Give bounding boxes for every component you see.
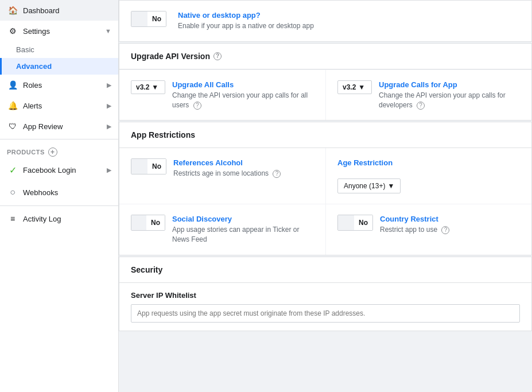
alerts-icon: 🔔 <box>7 101 18 110</box>
sidebar-item-roles[interactable]: 👤 Roles ▶ <box>0 75 118 95</box>
upgrade-api-section-title: Upgrade API Version ? <box>119 44 531 69</box>
upgrade-all-title: Upgrade All Calls <box>172 80 314 89</box>
social-discovery-item: No Social Discovery App usage stories ca… <box>119 204 325 255</box>
upgrade-calls-desc: Change the API version your app calls fo… <box>379 91 520 110</box>
facebook-login-arrow: ▶ <box>107 166 111 174</box>
server-ip-section: Server IP Whitelist <box>119 283 531 331</box>
upgrade-calls-help-icon[interactable]: ? <box>417 102 425 110</box>
upgrade-api-card: Upgrade API Version ? v3.2 ▼ Upgrade All… <box>119 43 532 121</box>
sidebar-sub-advanced[interactable]: Advanced <box>0 58 118 75</box>
app-review-arrow: ▶ <box>107 123 111 130</box>
dashboard-icon: 🏠 <box>7 6 18 15</box>
country-restrict-toggle[interactable]: No <box>337 215 373 231</box>
upgrade-all-desc: Change the API version your app calls fo… <box>172 91 314 110</box>
sidebar-item-webhooks[interactable]: ○ Webhooks <box>0 181 118 203</box>
age-dropdown-arrow: ▼ <box>387 182 394 190</box>
upgrade-calls-title: Upgrade Calls for App <box>379 80 520 89</box>
upgrade-calls-app-item: v3.2 ▼ Upgrade Calls for App Change the … <box>325 70 531 121</box>
alcohol-title: References Alcohol <box>173 158 281 167</box>
facebook-login-icon: ✓ <box>7 165 18 176</box>
alcohol-toggle[interactable]: No <box>131 158 166 174</box>
native-app-title: Native or desktop app? <box>178 11 314 20</box>
upgrade-api-help-icon[interactable]: ? <box>213 52 222 60</box>
sidebar-item-settings[interactable]: ⚙ Settings ▼ <box>0 21 118 41</box>
sidebar-item-app-review[interactable]: 🛡 App Review ▶ <box>0 116 118 137</box>
upgrade-calls-version-dropdown[interactable]: v3.2 ▼ <box>337 80 372 94</box>
alerts-arrow: ▶ <box>107 102 111 110</box>
products-header: PRODUCTS + <box>0 142 118 159</box>
country-restrict-help-icon[interactable]: ? <box>441 226 449 234</box>
native-app-description: Enable if your app is a native or deskto… <box>178 21 314 31</box>
app-restrictions-section-title: App Restrictions <box>119 122 531 148</box>
country-restrict-desc: Restrict app to use ? <box>380 225 449 235</box>
upgrade-calls-dropdown-arrow: ▼ <box>358 83 365 91</box>
dropdown-arrow: ▼ <box>152 83 158 91</box>
sidebar-item-alerts[interactable]: 🔔 Alerts ▶ <box>0 95 118 116</box>
upgrade-all-version-dropdown[interactable]: v3.2 ▼ <box>131 80 165 94</box>
native-app-card: No Native or desktop app? Enable if your… <box>119 0 532 42</box>
references-alcohol-item: No References Alcohol Restricts age in s… <box>119 148 325 204</box>
sidebar-item-dashboard[interactable]: 🏠 Dashboard <box>0 0 118 21</box>
security-card: Security Server IP Whitelist <box>119 257 532 331</box>
roles-arrow: ▶ <box>107 81 111 89</box>
age-restriction-item: Age Restriction Anyone (13+) ▼ <box>325 148 531 204</box>
age-restriction-title: Age Restriction <box>337 158 393 167</box>
app-restrictions-card: App Restrictions No References Alcohol R… <box>119 122 532 255</box>
roles-icon: 👤 <box>7 80 18 90</box>
activity-log-icon: ≡ <box>7 214 18 223</box>
country-restrict-title: Country Restrict <box>380 215 449 223</box>
country-restrict-item: No Country Restrict Restrict app to use … <box>325 204 531 255</box>
upgrade-all-help-icon[interactable]: ? <box>193 102 201 110</box>
social-discovery-title: Social Discovery <box>172 215 314 223</box>
native-app-toggle[interactable]: No <box>131 11 166 27</box>
alcohol-desc: Restricts age in some locations ? <box>173 169 281 178</box>
security-section-title: Security <box>119 257 531 283</box>
server-ip-label: Server IP Whitelist <box>131 291 520 300</box>
social-discovery-desc: App usage stories can appear in Ticker o… <box>172 225 314 244</box>
alcohol-help-icon[interactable]: ? <box>273 170 281 178</box>
sidebar-sub-basic[interactable]: Basic <box>0 41 118 58</box>
age-restriction-dropdown[interactable]: Anyone (13+) ▼ <box>337 178 401 193</box>
add-product-button[interactable]: + <box>48 148 57 157</box>
upgrade-all-calls-item: v3.2 ▼ Upgrade All Calls Change the API … <box>119 70 325 121</box>
sidebar-item-facebook-login[interactable]: ✓ Facebook Login ▶ <box>0 159 118 181</box>
main-content: No Native or desktop app? Enable if your… <box>119 0 532 392</box>
settings-icon: ⚙ <box>7 26 18 36</box>
app-review-icon: 🛡 <box>7 122 18 131</box>
webhooks-icon: ○ <box>7 187 18 197</box>
settings-arrow: ▼ <box>105 28 111 34</box>
server-ip-input[interactable] <box>131 304 520 323</box>
sidebar-item-activity-log[interactable]: ≡ Activity Log <box>0 208 118 229</box>
social-discovery-toggle[interactable]: No <box>131 215 165 231</box>
sidebar: 🏠 Dashboard ⚙ Settings ▼ Basic Advanced … <box>0 0 119 392</box>
